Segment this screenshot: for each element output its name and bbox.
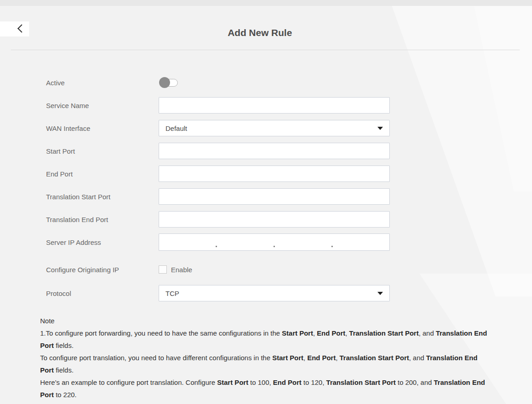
form-row-server-ip-address: Server IP Address	[46, 231, 393, 254]
configure-originating-ip-checkbox[interactable]	[159, 265, 167, 274]
field-label-translation-start-port: Translation Start Port	[46, 193, 159, 201]
server-ip-address-octet-4[interactable]	[333, 234, 389, 250]
form-row-translation-end-port: Translation End Port	[46, 208, 393, 231]
form-row-end-port: End Port	[46, 162, 393, 185]
field-label-server-ip-address: Server IP Address	[46, 238, 159, 246]
field-control-active	[159, 79, 390, 87]
top-bar	[0, 0, 532, 6]
note-heading: Note	[40, 315, 492, 327]
field-control-protocol: TCP	[159, 285, 390, 301]
field-control-end-port	[159, 166, 390, 182]
end-port-input[interactable]	[159, 166, 390, 182]
translation-end-port-input[interactable]	[159, 211, 390, 228]
form-row-service-name: Service Name	[46, 94, 393, 117]
form-row-translation-start-port: Translation Start Port	[46, 185, 393, 208]
form-row-configure-originating-ip: Configure Originating IPEnable	[46, 258, 393, 281]
translation-start-port-input[interactable]	[159, 188, 390, 205]
server-ip-address-octet-3[interactable]	[275, 234, 331, 250]
protocol-select[interactable]: TCP	[159, 285, 390, 301]
form-row-protocol: ProtocolTCP	[46, 282, 393, 305]
field-control-translation-start-port	[159, 188, 390, 205]
service-name-input[interactable]	[159, 97, 390, 114]
field-control-wan-interface: Default	[159, 120, 390, 136]
toggle-knob	[159, 77, 170, 88]
field-control-configure-originating-ip: Enable	[159, 265, 390, 274]
field-label-translation-end-port: Translation End Port	[46, 216, 159, 223]
page-title: Add New Rule	[0, 27, 520, 38]
field-label-wan-interface: WAN Interface	[46, 124, 159, 132]
field-control-service-name	[159, 97, 390, 114]
note-paragraph: To configure port translation, you need …	[40, 352, 492, 376]
note-paragraph: Here’s an example to configure port tran…	[40, 376, 492, 401]
field-label-end-port: End Port	[46, 170, 159, 178]
server-ip-address-input[interactable]	[159, 233, 390, 251]
protocol-select-value: TCP	[165, 290, 179, 297]
form-row-wan-interface: WAN InterfaceDefault	[46, 117, 393, 140]
field-label-start-port: Start Port	[46, 147, 159, 155]
wan-interface-select[interactable]: Default	[159, 120, 390, 136]
field-control-server-ip-address	[159, 233, 390, 251]
header-divider	[11, 50, 520, 50]
field-label-configure-originating-ip: Configure Originating IP	[46, 266, 159, 274]
field-control-translation-end-port	[159, 211, 390, 228]
field-control-start-port	[159, 143, 390, 159]
form-row-start-port: Start Port	[46, 140, 393, 162]
server-ip-address-octet-2[interactable]	[217, 234, 274, 250]
caret-down-icon	[377, 292, 383, 295]
note-paragraph: 1.To configure port forwarding, you need…	[40, 327, 492, 352]
note-section: Note 1.To configure port forwarding, you…	[40, 315, 492, 401]
field-label-service-name: Service Name	[46, 102, 159, 109]
server-ip-address-octet-1[interactable]	[159, 234, 216, 250]
caret-down-icon	[377, 127, 383, 130]
field-label-protocol: Protocol	[46, 290, 159, 297]
wan-interface-select-value: Default	[165, 124, 187, 132]
note-paragraphs: 1.To configure port forwarding, you need…	[40, 327, 492, 401]
configure-originating-ip-checkbox-label: Enable	[171, 266, 192, 274]
add-rule-form: ActiveService NameWAN InterfaceDefaultSt…	[46, 71, 393, 305]
form-row-active: Active	[46, 71, 393, 94]
background-sheen-top	[386, 0, 532, 296]
start-port-input[interactable]	[159, 143, 390, 159]
configure-originating-ip-checkbox-wrap: Enable	[159, 265, 390, 274]
active-toggle[interactable]	[160, 79, 178, 87]
field-label-active: Active	[46, 79, 159, 87]
